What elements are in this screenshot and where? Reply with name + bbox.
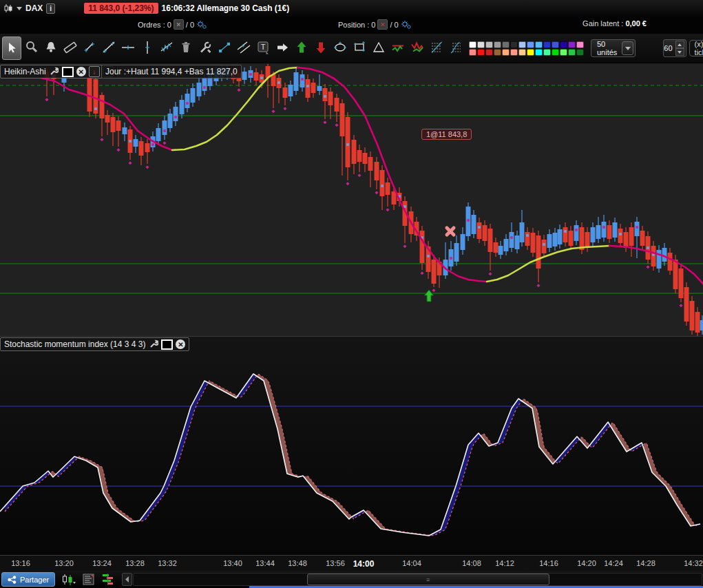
color-swatch-26[interactable] [568,49,576,56]
color-swatch-7[interactable] [527,41,534,48]
color-swatch-20[interactable] [518,49,526,56]
ticks-spinner-up[interactable] [675,41,684,48]
segment-points-tool[interactable] [216,36,233,59]
pattern-up-tool[interactable] [389,36,407,59]
color-swatch-23[interactable] [543,49,551,56]
close-position-icon[interactable]: ✕ [377,19,388,30]
color-swatch-19[interactable] [510,49,518,56]
ruler-icon [63,40,78,55]
main-chart-panel[interactable]: Heikin-Ashi ✕ ↓ ↑ Jour :+Haut 11 994,4 +… [0,63,703,336]
time-label-1400: 14:00 [353,559,375,569]
color-swatch-0[interactable] [469,41,476,48]
fib1-icon [429,40,444,55]
stochastic-panel[interactable]: Stochastic momentum index (14 3 4 3) ✕ [0,336,703,556]
triangle-tool[interactable] [370,36,388,59]
cancel-orders-icon[interactable]: ✕ [174,19,184,30]
price-change-badge: 11 843,0 (-1,23%) [84,3,158,14]
window-mode-icon[interactable] [161,339,173,350]
color-swatch-21[interactable] [527,49,534,56]
trash-icon [178,40,193,55]
text-tool[interactable]: T [254,36,272,59]
ellipse-tool[interactable] [331,36,349,59]
buy-order-marker [425,290,434,302]
wrench-icon[interactable] [148,339,158,349]
color-swatch-13[interactable] [576,41,584,48]
info-icon[interactable]: i [46,3,55,14]
wrench-icon[interactable] [49,67,59,76]
time-label-1416: 14:16 [539,559,558,567]
regression-channel-tool[interactable] [158,36,176,59]
symbol-label[interactable]: DAX [25,3,43,13]
time-label-1420: 14:20 [577,559,596,567]
color-swatch-3[interactable] [494,41,501,48]
chart-type-candles-icon[interactable] [61,574,76,586]
color-swatch-5[interactable] [510,41,518,48]
horizontal-scrollbar-track[interactable]: ≡ [133,573,702,586]
drawing-settings-tool[interactable] [196,36,214,59]
ticks-spinner-down[interactable] [675,48,684,56]
arrow_up-icon [294,40,309,55]
color-swatch-18[interactable] [502,49,510,56]
pattern-down-tool[interactable] [408,36,426,59]
color-swatch-1[interactable] [477,41,485,48]
arrow-right-tool[interactable] [273,36,291,59]
color-swatch-8[interactable] [535,41,543,48]
parallel-icon [236,40,251,55]
scroll-left-button[interactable] [122,573,132,586]
stoch-chart-canvas[interactable] [0,337,703,556]
ticks-count-input[interactable]: 60 [663,39,686,57]
sell-order-icon[interactable]: ↓ [89,66,100,77]
color-swatch-24[interactable] [552,49,559,56]
ruler-tool[interactable] [61,36,79,59]
order-book-icon[interactable] [83,574,95,585]
title-bar: DAX i 11 843,0 (-1,23%) 16:06:32 Allemag… [0,0,703,17]
horizontal-line-tool[interactable] [119,36,137,59]
parallel-lines-tool[interactable] [235,36,253,59]
color-swatch-4[interactable] [502,41,510,48]
zoom-tool[interactable] [23,36,41,59]
sell-price-badge[interactable]: 1@11 843,8 [421,129,472,140]
symbol-dropdown-caret[interactable] [17,7,22,10]
color-swatch-12[interactable] [568,41,576,48]
pointer-tool[interactable] [2,36,21,60]
horizontal-scrollbar-thumb[interactable]: ≡ [307,574,549,585]
fibonacci-tool[interactable] [428,36,445,59]
zoom-icon [24,40,39,55]
text-icon: T [255,40,271,55]
close-indicator-icon[interactable]: ✕ [76,67,86,76]
color-swatch-25[interactable] [560,49,567,56]
ticks-spinner[interactable] [675,41,684,56]
color-swatch-17[interactable] [494,49,501,56]
orders-settings-gear-icon[interactable] [196,20,207,30]
triangle-icon [371,40,386,55]
share-button[interactable]: Partager [1,572,55,587]
units-select[interactable]: 50 unités [591,39,636,57]
color-swatch-15[interactable] [477,49,485,56]
color-swatch-9[interactable] [543,41,551,48]
vertical-line-tool[interactable] [138,36,156,59]
color-swatch-27[interactable] [576,49,584,56]
position-settings-gear-icon[interactable] [401,20,412,30]
color-swatch-11[interactable] [560,41,567,48]
fibonacci-fan-tool[interactable] [447,36,465,59]
time-axis[interactable]: 13:1613:2013:2413:2813:3213:4013:4413:48… [0,555,703,571]
color-swatch-10[interactable] [552,41,559,48]
time-label-1332: 13:32 [158,559,177,567]
color-swatch-2[interactable] [485,41,493,48]
color-swatch-6[interactable] [518,41,526,48]
rectangle-tool[interactable] [350,36,368,59]
market-depth-icon[interactable] [101,574,115,585]
close-indicator-icon[interactable]: ✕ [176,339,185,349]
window-mode-icon[interactable] [62,67,74,77]
color-swatch-14[interactable] [469,49,476,56]
arrow-down-tool[interactable] [312,36,330,59]
main-chart-canvas[interactable] [0,63,703,336]
short-segment-tool[interactable] [81,36,98,59]
delete-tool[interactable] [177,36,195,59]
units-select-caret[interactable] [622,41,633,55]
trendline-tool[interactable] [100,36,118,59]
alert-tool[interactable] [42,36,60,59]
color-swatch-16[interactable] [485,49,493,56]
arrow-up-tool[interactable] [293,36,311,59]
color-swatch-22[interactable] [535,49,543,56]
